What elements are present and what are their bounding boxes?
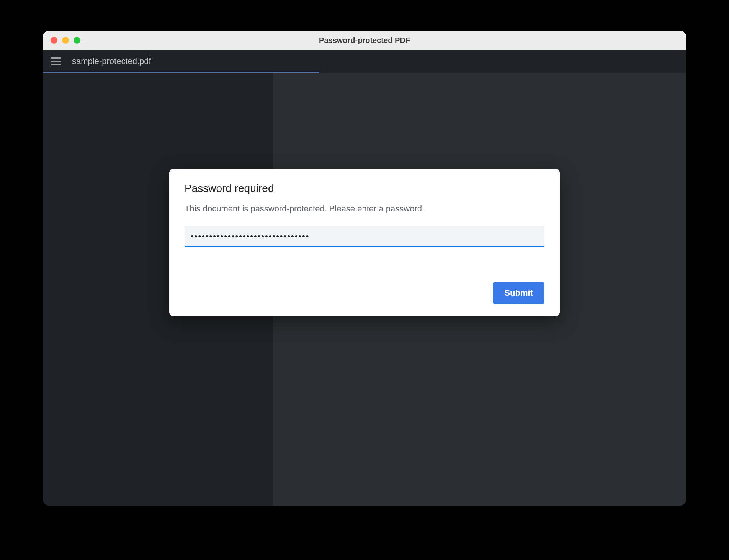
app-window: Password-protected PDF sample-protected.… [43,31,686,506]
menu-icon[interactable] [51,57,61,65]
document-filename: sample-protected.pdf [72,56,151,66]
modal-overlay: Password required This document is passw… [43,73,686,506]
traffic-lights [43,37,80,44]
window-minimize-button[interactable] [62,37,69,44]
password-input[interactable] [185,226,544,247]
content-area: Password required This document is passw… [43,73,686,506]
dialog-actions: Submit [185,282,544,304]
submit-button[interactable]: Submit [493,282,544,304]
window-close-button[interactable] [51,37,57,44]
password-dialog: Password required This document is passw… [169,169,560,316]
dialog-message: This document is password-protected. Ple… [185,204,544,214]
pdf-toolbar: sample-protected.pdf [43,50,686,73]
window-titlebar: Password-protected PDF [43,31,686,50]
window-maximize-button[interactable] [74,37,80,44]
window-title: Password-protected PDF [43,36,686,45]
dialog-title: Password required [185,182,544,195]
